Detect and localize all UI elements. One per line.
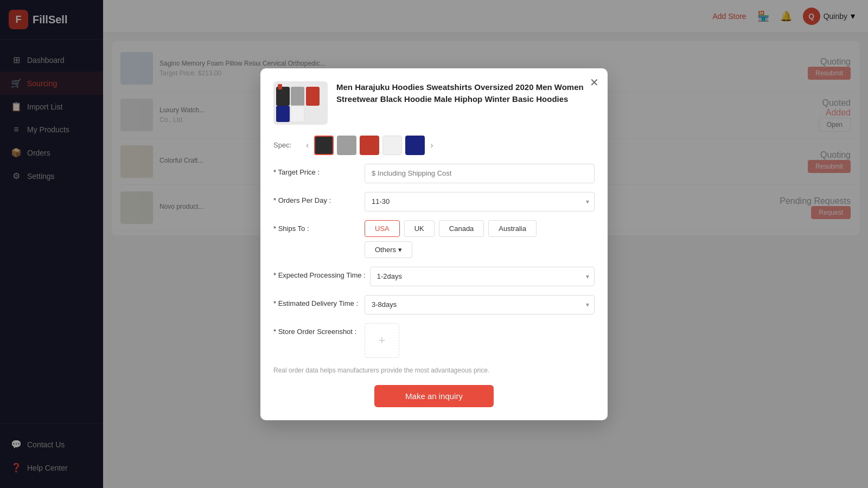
- inquiry-modal: ✕: [260, 68, 608, 420]
- delivery-time-select-wrap: 3-8days 7-15days 15-30days ▾: [365, 295, 595, 314]
- target-price-row: * Target Price :: [273, 164, 595, 183]
- ships-to-options: USA UK Canada Australia Others ▾: [365, 220, 595, 258]
- modal-overlay: ✕: [103, 33, 868, 488]
- main-content: Add Store 🏪 🔔 Q Quinby ▾ Sagino Memory F…: [103, 0, 868, 488]
- svg-rect-2: [291, 87, 304, 106]
- spec-swatch-white[interactable]: [382, 136, 402, 155]
- delivery-time-select[interactable]: 3-8days 7-15days 15-30days: [365, 295, 595, 314]
- upload-plus-icon: +: [379, 333, 386, 348]
- processing-time-row: * Expected Processing Time : 1-2days 3-5…: [273, 267, 595, 286]
- svg-rect-5: [291, 106, 304, 122]
- modal-header: Men Harajuku Hoodies Sweatshirts Oversiz…: [273, 81, 595, 125]
- info-text: Real order data helps manufacturers prov…: [273, 367, 595, 374]
- orders-per-day-select-wrap: 11-30 1-10 31-50 51+ ▾: [365, 192, 595, 211]
- delivery-time-row: * Estimated Delivery Time : 3-8days 7-15…: [273, 295, 595, 314]
- spec-swatch-black[interactable]: [314, 136, 334, 155]
- target-price-label: * Target Price :: [273, 164, 360, 176]
- page-body: Sagino Memory Foam Pillow Relax Cervical…: [103, 33, 868, 488]
- ships-others-label: Others: [375, 246, 396, 254]
- spec-swatch-navy[interactable]: [405, 136, 425, 155]
- spec-swatch-gray[interactable]: [337, 136, 356, 155]
- delivery-time-label: * Estimated Delivery Time :: [273, 295, 360, 307]
- processing-time-select[interactable]: 1-2days 3-5days 5-7days: [370, 267, 595, 286]
- spec-colors: [314, 136, 425, 155]
- orders-per-day-label: * Orders Per Day :: [273, 192, 360, 204]
- svg-rect-3: [306, 87, 320, 106]
- spec-prev-button[interactable]: ‹: [305, 139, 310, 151]
- ships-others-button[interactable]: Others ▾: [365, 241, 412, 258]
- make-inquiry-button[interactable]: Make an inquiry: [374, 385, 494, 407]
- target-price-input[interactable]: [365, 164, 595, 183]
- modal-product-image: [273, 81, 328, 125]
- processing-time-label: * Expected Processing Time :: [273, 267, 366, 279]
- ships-to-row: * Ships To : USA UK Canada Australia Oth…: [273, 220, 595, 258]
- ships-to-label: * Ships To :: [273, 220, 360, 233]
- ships-others-chevron-icon: ▾: [398, 246, 402, 254]
- svg-rect-0: [276, 87, 290, 106]
- ships-canada-button[interactable]: Canada: [439, 220, 484, 237]
- spec-next-button[interactable]: ›: [429, 139, 434, 151]
- screenshot-row: * Store Order Screenshot : +: [273, 323, 595, 358]
- orders-per-day-select[interactable]: 11-30 1-10 31-50 51+: [365, 192, 595, 211]
- orders-per-day-row: * Orders Per Day : 11-30 1-10 31-50 51+ …: [273, 192, 595, 211]
- ships-to-buttons: USA UK Canada Australia: [365, 220, 595, 237]
- svg-rect-1: [278, 84, 282, 89]
- ships-usa-button[interactable]: USA: [365, 220, 400, 237]
- spec-row: Spec: ‹ ›: [273, 136, 595, 155]
- spec-swatch-red[interactable]: [360, 136, 379, 155]
- svg-rect-4: [276, 106, 290, 122]
- ships-uk-button[interactable]: UK: [404, 220, 435, 237]
- close-button[interactable]: ✕: [590, 77, 599, 88]
- ships-australia-button[interactable]: Australia: [488, 220, 537, 237]
- modal-product-title: Men Harajuku Hoodies Sweatshirts Oversiz…: [336, 81, 595, 125]
- spec-label: Spec:: [273, 141, 301, 149]
- processing-time-select-wrap: 1-2days 3-5days 5-7days ▾: [370, 267, 595, 286]
- upload-screenshot-button[interactable]: +: [365, 323, 399, 358]
- screenshot-label: * Store Order Screenshot :: [273, 323, 360, 336]
